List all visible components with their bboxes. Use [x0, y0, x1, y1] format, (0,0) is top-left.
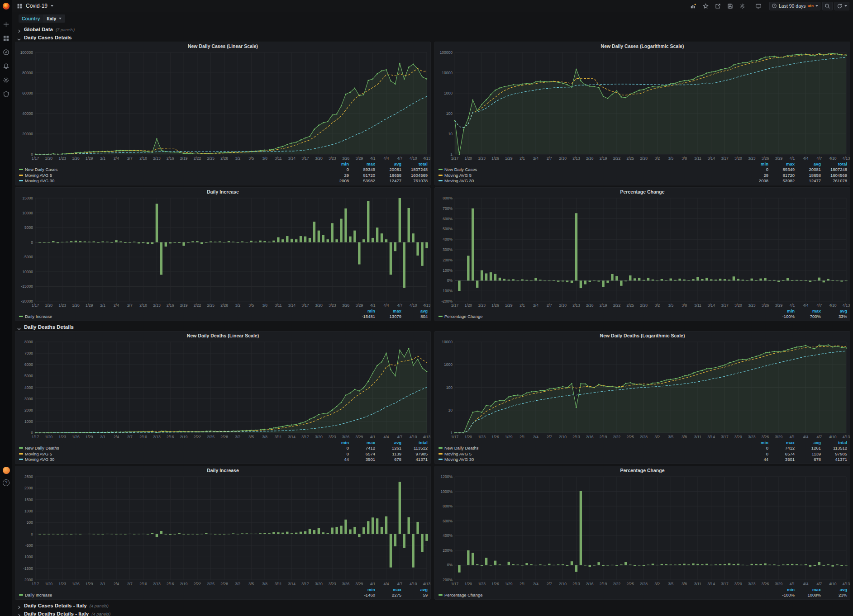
legend-stat-value: 97985 [821, 451, 847, 456]
save-dashboard-button[interactable] [725, 2, 735, 10]
legend-series-label[interactable]: New Daily Deaths [438, 445, 742, 450]
svg-text:1/29: 1/29 [86, 303, 93, 308]
panel-title[interactable]: New Daily Cases (Linear Scale) [15, 42, 430, 50]
row-daily-deaths-details-italy[interactable]: Daily Deaths Details - Italy (4 panels) [15, 610, 850, 616]
row-label: Daily Cases Details - Italy [24, 603, 87, 608]
chart-canvas: 1/171/201/231/261/292/12/42/72/102/132/1… [435, 195, 850, 308]
legend-stat-value: -100% [768, 314, 795, 319]
svg-text:3/2: 3/2 [654, 156, 660, 161]
legend-stat-header: avg [821, 587, 847, 592]
dashboard-settings-button[interactable] [737, 2, 748, 10]
panel-title[interactable]: Percentage Change [435, 188, 850, 195]
legend-series-label[interactable]: New Daily Cases [19, 167, 323, 172]
row-daily-cases-details-italy[interactable]: Daily Cases Details - Italy (4 panels) [15, 602, 850, 610]
svg-text:3/20: 3/20 [734, 303, 742, 308]
svg-text:4/10: 4/10 [829, 156, 837, 161]
panel-title[interactable]: Daily Increase [15, 188, 430, 195]
svg-text:2/13: 2/13 [153, 156, 161, 161]
panel-title[interactable]: Daily Increase [15, 466, 430, 474]
svg-text:3/26: 3/26 [762, 156, 769, 161]
svg-text:10: 10 [448, 408, 453, 412]
row-global-data[interactable]: Global Data (7 panels) [15, 25, 850, 33]
variable-value-dropdown[interactable]: Italy [43, 14, 65, 23]
svg-text:1000: 1000 [24, 509, 33, 513]
share-dashboard-button[interactable] [713, 2, 723, 10]
legend-series-label[interactable]: New Daily Cases [438, 167, 742, 172]
svg-text:3/23: 3/23 [329, 156, 336, 161]
svg-text:5000: 5000 [24, 374, 33, 378]
legend-stat-value: 1807248 [821, 167, 847, 172]
svg-text:1/26: 1/26 [491, 303, 499, 308]
sidebar-item-create[interactable] [2, 19, 11, 28]
svg-text:1: 1 [450, 152, 453, 156]
bell-icon [3, 63, 10, 70]
legend-series-label[interactable]: Daily Increase [19, 314, 349, 319]
legend-stat-value: 0 [742, 451, 768, 456]
legend-stat-value: 13079 [375, 314, 401, 319]
legend-series-label[interactable]: Moving AVG 30 [438, 457, 742, 462]
panel-title[interactable]: Percentage Change [435, 466, 850, 474]
svg-text:1/26: 1/26 [72, 156, 80, 161]
panel-title[interactable]: New Daily Cases (Logarithmic Scale) [435, 42, 850, 50]
svg-text:3/26: 3/26 [762, 582, 769, 586]
help-icon[interactable]: ? [3, 479, 10, 486]
legend-series-label[interactable]: Percentage Change [438, 592, 768, 597]
legend-series-label[interactable]: Moving AVG 5 [19, 451, 323, 456]
refresh-button[interactable] [834, 2, 849, 10]
row-daily-deaths-details[interactable]: Daily Deaths Details [15, 323, 850, 331]
dashboard-title[interactable]: Covid-19 [26, 3, 48, 9]
svg-text:2/10: 2/10 [559, 156, 567, 161]
svg-text:2/4: 2/4 [533, 303, 538, 308]
legend-series-label[interactable]: Moving AVG 30 [19, 457, 323, 462]
legend-stat-value: 3501 [768, 457, 795, 462]
title-caret-icon[interactable] [51, 5, 53, 7]
svg-text:1/23: 1/23 [58, 303, 66, 308]
zoom-out-button[interactable] [822, 2, 833, 10]
panel-title[interactable]: New Daily Deaths (Logarithmic Scale) [435, 332, 850, 339]
legend-color-swatch-icon [438, 447, 443, 449]
sidebar-item-alerting[interactable] [2, 62, 11, 71]
row-daily-cases-details[interactable]: Daily Cases Details [15, 33, 850, 42]
svg-text:1000: 1000 [444, 362, 453, 367]
legend-series-label[interactable]: Moving AVG 30 [19, 178, 323, 183]
legend-stat-value: 1139 [375, 451, 401, 456]
panel-new-daily-cases-linear-scale: New Daily Cases (Linear Scale)1/171/201/… [15, 42, 431, 185]
svg-text:4/10: 4/10 [410, 303, 417, 308]
time-picker-button[interactable]: Last 90 days utc [769, 2, 820, 10]
sidebar-item-explore[interactable] [2, 47, 11, 57]
svg-text:300%: 300% [443, 247, 453, 252]
add-panel-button[interactable] [688, 2, 699, 10]
svg-text:2/16: 2/16 [586, 435, 594, 439]
svg-text:2/22: 2/22 [613, 303, 621, 308]
legend-series-label[interactable]: New Daily Deaths [19, 445, 323, 450]
svg-text:4/13: 4/13 [843, 156, 850, 161]
legend-series-label[interactable]: Moving AVG 5 [19, 173, 323, 178]
sidebar-item-configuration[interactable] [2, 76, 11, 85]
svg-text:2/1: 2/1 [519, 435, 525, 439]
legend-series-label[interactable]: Moving AVG 5 [438, 451, 742, 456]
sidebar-item-dashboards[interactable] [2, 33, 11, 43]
svg-text:2/7: 2/7 [127, 435, 133, 439]
svg-text:4/13: 4/13 [843, 303, 850, 308]
sidebar-item-server-admin[interactable] [2, 90, 11, 99]
svg-text:3/2: 3/2 [235, 156, 240, 161]
legend-series-label[interactable]: Daily Increase [19, 592, 349, 597]
legend-series-label[interactable]: Moving AVG 30 [438, 178, 742, 183]
svg-text:2/7: 2/7 [547, 435, 552, 439]
svg-text:4/4: 4/4 [803, 303, 809, 308]
cycle-view-button[interactable] [753, 2, 764, 10]
svg-text:4/13: 4/13 [843, 435, 850, 439]
legend-series-label[interactable]: Moving AVG 5 [438, 173, 742, 178]
user-avatar[interactable] [3, 467, 10, 474]
svg-text:0: 0 [31, 240, 33, 245]
grafana-logo[interactable] [0, 0, 12, 12]
svg-text:1/20: 1/20 [465, 582, 472, 586]
legend-series-label[interactable]: Percentage Change [438, 314, 768, 319]
save-icon [727, 3, 733, 9]
panel-title[interactable]: New Daily Deaths (Linear Scale) [15, 332, 430, 339]
svg-text:2/16: 2/16 [586, 303, 594, 308]
svg-text:1/17: 1/17 [32, 156, 39, 161]
svg-text:4/1: 4/1 [790, 303, 795, 308]
svg-text:3/26: 3/26 [342, 303, 350, 308]
star-dashboard-button[interactable] [701, 2, 711, 10]
